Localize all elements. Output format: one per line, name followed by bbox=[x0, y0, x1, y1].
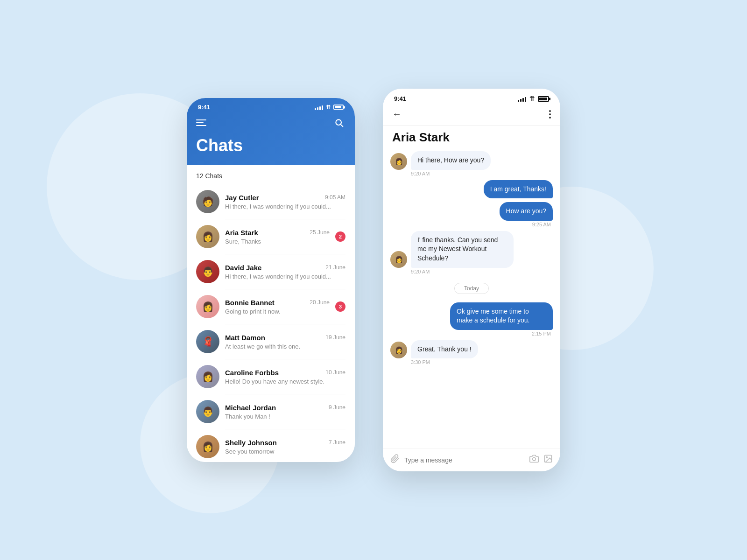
chat-detail-phone: 9:41 ⇈ ← Aria Stark 👩Hi there, How are y… bbox=[383, 89, 560, 471]
chat-avatar-caroline-forbbs: 👩 bbox=[196, 365, 219, 388]
chat-avatar-jay-cutler: 🧑 bbox=[196, 190, 219, 213]
signal-icon-2 bbox=[518, 96, 526, 102]
status-bar-2: 9:41 ⇈ bbox=[383, 89, 560, 105]
chat-preview-caroline-forbbs: Hello! Do you have any newest style. bbox=[225, 378, 345, 385]
chat-avatar-shelly-johnson: 👩 bbox=[196, 435, 219, 458]
chats-list-body: 12 Chats 🧑Jay Cutler9:05 AMHi there, I w… bbox=[187, 165, 355, 462]
chat-preview-bonnie-bannet: Going to print it now. bbox=[225, 308, 330, 315]
chat-preview-aria-stark: Sure, Thanks bbox=[225, 238, 330, 245]
message-bubble-msg3: How are you? bbox=[500, 202, 553, 221]
battery-icon-1 bbox=[333, 105, 344, 110]
chat-divider bbox=[225, 324, 345, 324]
phone1-nav bbox=[187, 112, 355, 134]
status-icons-1: ⇈ bbox=[315, 104, 344, 111]
gallery-icon[interactable] bbox=[543, 454, 553, 466]
battery-icon-2 bbox=[538, 96, 549, 102]
message-time-msg4: 9:20 AM bbox=[390, 269, 553, 274]
chat-preview-michael-jordan: Thank you Man ! bbox=[225, 413, 345, 420]
messages-area: 👩Hi there, How are you?9:20 AMI am great… bbox=[383, 147, 560, 448]
today-divider: Today bbox=[390, 283, 553, 294]
chat-preview-jay-cutler: Hi there, I was wondering if you could..… bbox=[225, 203, 345, 210]
chat-item-shelly-johnson[interactable]: 👩Shelly Johnson7 JuneSee you tomorrow bbox=[187, 430, 355, 462]
chat-item-jay-cutler[interactable]: 🧑Jay Cutler9:05 AMHi there, I was wonder… bbox=[187, 185, 355, 218]
message-time-msg6: 3:30 PM bbox=[390, 359, 553, 365]
message-bubble-msg1: Hi there, How are you? bbox=[411, 151, 491, 170]
attach-icon[interactable] bbox=[390, 454, 400, 466]
message-avatar: 👩 bbox=[390, 342, 407, 358]
chat-info-bonnie-bannet: Bonnie Bannet20 JuneGoing to print it no… bbox=[225, 299, 330, 315]
message-bubble-msg6: Great. Thank you ! bbox=[411, 340, 478, 359]
chat-name-michael-jordan: Michael Jordan bbox=[225, 404, 276, 412]
message-row-msg6: 👩Great. Thank you ! bbox=[390, 340, 553, 359]
message-row-msg1: 👩Hi there, How are you? bbox=[390, 151, 553, 170]
message-time-msg3: 9:25 AM bbox=[390, 222, 553, 227]
message-input-bar bbox=[383, 448, 560, 471]
chat-time-shelly-johnson: 7 June bbox=[329, 439, 345, 446]
today-label: Today bbox=[454, 283, 489, 294]
chat-info-jay-cutler: Jay Cutler9:05 AMHi there, I was wonderi… bbox=[225, 194, 345, 210]
message-row-msg4: 👩I' fine thanks. Can you send me my Newe… bbox=[390, 231, 553, 268]
chat-badge-bonnie-bannet: 3 bbox=[335, 301, 345, 312]
chat-avatar-david-jake: 👨 bbox=[196, 260, 219, 283]
back-button[interactable]: ← bbox=[392, 109, 402, 119]
message-group-msg3: How are you?9:25 AM bbox=[390, 202, 553, 227]
chat-badge-aria-stark: 2 bbox=[335, 231, 345, 242]
chat-info-caroline-forbbs: Caroline Forbbs10 JuneHello! Do you have… bbox=[225, 369, 345, 385]
chats-list-phone: 9:41 ⇈ bbox=[187, 98, 355, 462]
chat-list: 🧑Jay Cutler9:05 AMHi there, I was wonder… bbox=[187, 185, 355, 462]
chat-divider bbox=[225, 359, 345, 359]
chat-item-david-jake[interactable]: 👨David Jake21 JuneHi there, I was wonder… bbox=[187, 255, 355, 288]
message-group-msg2: I am great, Thanks! bbox=[390, 180, 553, 199]
message-time-msg1: 9:20 AM bbox=[390, 171, 553, 176]
message-bubble-msg5: Ok give me some time to make a schedule … bbox=[450, 302, 553, 330]
status-icons-2: ⇈ bbox=[518, 95, 549, 102]
chat-time-bonnie-bannet: 20 June bbox=[310, 299, 330, 306]
chat-time-michael-jordan: 9 June bbox=[329, 404, 345, 411]
message-avatar: 👩 bbox=[390, 153, 407, 170]
time-2: 9:41 bbox=[394, 95, 406, 102]
message-row-msg5: Ok give me some time to make a schedule … bbox=[390, 302, 553, 330]
message-group-msg4: 👩I' fine thanks. Can you send me my Newe… bbox=[390, 231, 553, 274]
chat-name-aria-stark: Aria Stark bbox=[225, 229, 258, 237]
wifi-icon-2: ⇈ bbox=[529, 95, 535, 102]
chat-item-caroline-forbbs[interactable]: 👩Caroline Forbbs10 JuneHello! Do you hav… bbox=[187, 360, 355, 393]
chat-item-bonnie-bannet[interactable]: 👩Bonnie Bannet20 JuneGoing to print it n… bbox=[187, 290, 355, 323]
chat-name-jay-cutler: Jay Cutler bbox=[225, 194, 259, 202]
chat-divider bbox=[225, 254, 345, 254]
more-options-button[interactable] bbox=[549, 110, 551, 119]
chat-avatar-matt-damon: 🧣 bbox=[196, 330, 219, 353]
message-group-msg5: Ok give me some time to make a schedule … bbox=[390, 302, 553, 336]
chats-title: Chats bbox=[187, 134, 355, 165]
chat-info-aria-stark: Aria Stark25 JuneSure, Thanks bbox=[225, 229, 330, 245]
message-bubble-msg2: I am great, Thanks! bbox=[484, 180, 553, 199]
chat-preview-david-jake: Hi there, I was wondering if you could..… bbox=[225, 273, 345, 280]
phone1-header: 9:41 ⇈ bbox=[187, 98, 355, 165]
chat-item-matt-damon[interactable]: 🧣Matt Damon19 JuneAt least we go with th… bbox=[187, 325, 355, 358]
camera-icon[interactable] bbox=[529, 454, 539, 466]
chat-info-shelly-johnson: Shelly Johnson7 JuneSee you tomorrow bbox=[225, 439, 345, 455]
chat-time-david-jake: 21 June bbox=[325, 264, 345, 271]
svg-line-1 bbox=[341, 125, 343, 127]
menu-icon[interactable] bbox=[196, 119, 206, 126]
svg-point-2 bbox=[533, 458, 536, 461]
chat-name-bonnie-bannet: Bonnie Bannet bbox=[225, 299, 275, 307]
chat-time-caroline-forbbs: 10 June bbox=[325, 369, 345, 376]
svg-point-4 bbox=[546, 457, 548, 458]
message-input[interactable] bbox=[404, 456, 525, 464]
chat-item-michael-jordan[interactable]: 👨Michael Jordan9 JuneThank you Man ! bbox=[187, 395, 355, 428]
chat-name-caroline-forbbs: Caroline Forbbs bbox=[225, 369, 279, 377]
message-bubble-msg4: I' fine thanks. Can you send me my Newes… bbox=[411, 231, 514, 268]
chat-divider bbox=[225, 219, 345, 219]
chat-item-aria-stark[interactable]: 👩Aria Stark25 JuneSure, Thanks2 bbox=[187, 220, 355, 253]
chat-avatar-bonnie-bannet: 👩 bbox=[196, 295, 219, 318]
chats-count: 12 Chats bbox=[187, 172, 355, 185]
status-bar-1: 9:41 ⇈ bbox=[187, 98, 355, 112]
chat-avatar-michael-jordan: 👨 bbox=[196, 400, 219, 423]
chat-name-david-jake: David Jake bbox=[225, 264, 261, 272]
message-row-msg2: I am great, Thanks! bbox=[390, 180, 553, 199]
chat-info-michael-jordan: Michael Jordan9 JuneThank you Man ! bbox=[225, 404, 345, 420]
chat-divider bbox=[225, 289, 345, 289]
search-icon[interactable] bbox=[332, 116, 345, 129]
message-row-msg3: How are you? bbox=[390, 202, 553, 221]
chat-info-david-jake: David Jake21 JuneHi there, I was wonderi… bbox=[225, 264, 345, 280]
